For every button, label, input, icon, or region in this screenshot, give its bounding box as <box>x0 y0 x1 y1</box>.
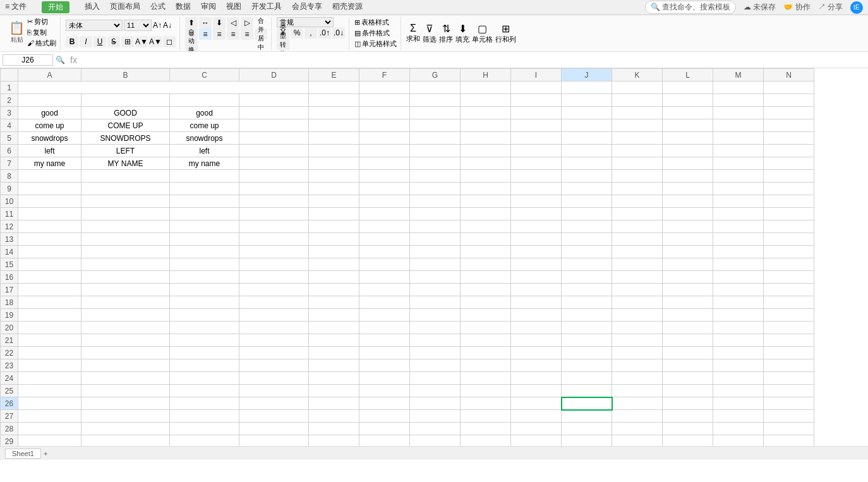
cell-3-I[interactable] <box>511 107 562 119</box>
add-sheet-btn[interactable]: + <box>44 450 47 457</box>
cell-26-H[interactable] <box>461 397 511 410</box>
cell-6-I[interactable] <box>511 145 562 157</box>
cell-25-K[interactable] <box>612 385 663 397</box>
cell-9-I[interactable] <box>511 183 562 195</box>
cell-23-G[interactable] <box>410 359 461 372</box>
align-justify-btn[interactable]: ≡ <box>227 28 239 40</box>
cell-26-F[interactable] <box>359 397 410 410</box>
cell-2-B[interactable]: 英文转大写 <box>81 94 170 107</box>
cell-17-C[interactable] <box>170 284 239 296</box>
cell-13-G[interactable] <box>410 233 461 246</box>
row-header-25[interactable]: 25 <box>1 385 18 397</box>
cell-17-F[interactable] <box>359 284 410 296</box>
start-button[interactable]: 开始 <box>42 1 69 13</box>
cell-28-J[interactable] <box>562 423 612 435</box>
cell-4-B[interactable]: COME UP <box>81 119 170 132</box>
cell-6-B[interactable]: LEFT <box>81 145 170 157</box>
cell-22-F[interactable] <box>359 347 410 359</box>
cell-23-F[interactable] <box>359 359 410 372</box>
font-size-inc[interactable]: A↑ <box>153 21 162 30</box>
cell-14-L[interactable] <box>663 246 713 258</box>
cell-23-B[interactable] <box>81 359 170 372</box>
cell-18-H[interactable] <box>461 296 511 309</box>
cell-1-K[interactable] <box>612 81 663 94</box>
cell-28-B[interactable] <box>81 423 170 435</box>
cell-12-K[interactable] <box>612 220 663 233</box>
cell-15-J[interactable] <box>562 258 612 271</box>
cell-15-I[interactable] <box>511 258 562 271</box>
cell-22-D[interactable] <box>239 347 309 359</box>
cell-28-M[interactable] <box>713 423 764 435</box>
cell-5-A[interactable]: snowdrops <box>18 132 81 145</box>
cell-13-I[interactable] <box>511 233 562 246</box>
cell-11-F[interactable] <box>359 208 410 220</box>
cell-1-I[interactable] <box>511 81 562 94</box>
cell-13-D[interactable] <box>239 233 309 246</box>
cell-10-G[interactable] <box>410 195 461 208</box>
cell-24-B[interactable] <box>81 372 170 385</box>
cell-8-B[interactable] <box>81 170 170 183</box>
cell-26-J[interactable] <box>562 397 612 410</box>
cell-3-H[interactable] <box>461 107 511 119</box>
indent-inc-btn[interactable]: ▷ <box>241 17 253 28</box>
cell-18-M[interactable] <box>713 296 764 309</box>
cell-18-E[interactable] <box>309 296 359 309</box>
cell-14-F[interactable] <box>359 246 410 258</box>
cell-1-L[interactable] <box>663 81 713 94</box>
cell-17-L[interactable] <box>663 284 713 296</box>
cell-1-E[interactable] <box>309 81 359 94</box>
cell-9-A[interactable] <box>18 183 81 195</box>
cell-4-K[interactable] <box>612 119 663 132</box>
cell-26-M[interactable] <box>713 397 764 410</box>
decimal-dec-btn[interactable]: .0↓ <box>332 27 345 39</box>
row-header-26[interactable]: 26 <box>1 397 18 410</box>
cell-11-I[interactable] <box>511 208 562 220</box>
cell-22-B[interactable] <box>81 347 170 359</box>
cell-16-A[interactable] <box>18 271 81 284</box>
cell-23-M[interactable] <box>713 359 764 372</box>
cell-8-L[interactable] <box>663 170 713 183</box>
menu-developer[interactable]: 开发工具 <box>251 1 282 13</box>
cell-27-M[interactable] <box>713 410 764 423</box>
copy-btn[interactable]: ⎘ 复制 <box>27 28 56 37</box>
row-header-23[interactable]: 23 <box>1 359 18 372</box>
cell-4-D[interactable] <box>239 119 309 132</box>
cell-14-C[interactable] <box>170 246 239 258</box>
row-header-27[interactable]: 27 <box>1 410 18 423</box>
cell-16-H[interactable] <box>461 271 511 284</box>
cell-24-M[interactable] <box>713 372 764 385</box>
cell-20-I[interactable] <box>511 322 562 334</box>
cell-21-F[interactable] <box>359 334 410 347</box>
cell-11-E[interactable] <box>309 208 359 220</box>
percent-btn[interactable]: % <box>291 27 303 39</box>
cell-4-E[interactable] <box>309 119 359 132</box>
cell-2-G[interactable] <box>410 94 461 107</box>
cell-19-N[interactable] <box>764 309 814 322</box>
italic-btn[interactable]: I <box>80 36 92 47</box>
cell-2-K[interactable] <box>612 94 663 107</box>
row-header-24[interactable]: 24 <box>1 372 18 385</box>
cell-15-N[interactable] <box>764 258 814 271</box>
row-header-9[interactable]: 9 <box>1 183 18 195</box>
fill-color-btn[interactable]: A▼ <box>135 36 148 47</box>
strikethrough-btn[interactable]: S̶ <box>107 36 120 47</box>
cell-1-G[interactable] <box>410 81 461 94</box>
cell-25-B[interactable] <box>81 385 170 397</box>
eraser-btn[interactable]: ◻ <box>163 36 176 47</box>
cell-18-K[interactable] <box>612 296 663 309</box>
cell-18-C[interactable] <box>170 296 239 309</box>
cell-24-A[interactable] <box>18 372 81 385</box>
cell-26-B[interactable] <box>81 397 170 410</box>
cell-10-N[interactable] <box>764 195 814 208</box>
cell-18-D[interactable] <box>239 296 309 309</box>
cell-21-M[interactable] <box>713 334 764 347</box>
cell-2-N[interactable] <box>764 94 814 107</box>
cell-8-G[interactable] <box>410 170 461 183</box>
cell-7-K[interactable] <box>612 157 663 170</box>
row-header-5[interactable]: 5 <box>1 132 18 145</box>
cell-5-E[interactable] <box>309 132 359 145</box>
row-header-8[interactable]: 8 <box>1 170 18 183</box>
cell-17-H[interactable] <box>461 284 511 296</box>
cell-11-B[interactable] <box>81 208 170 220</box>
cell-20-F[interactable] <box>359 322 410 334</box>
